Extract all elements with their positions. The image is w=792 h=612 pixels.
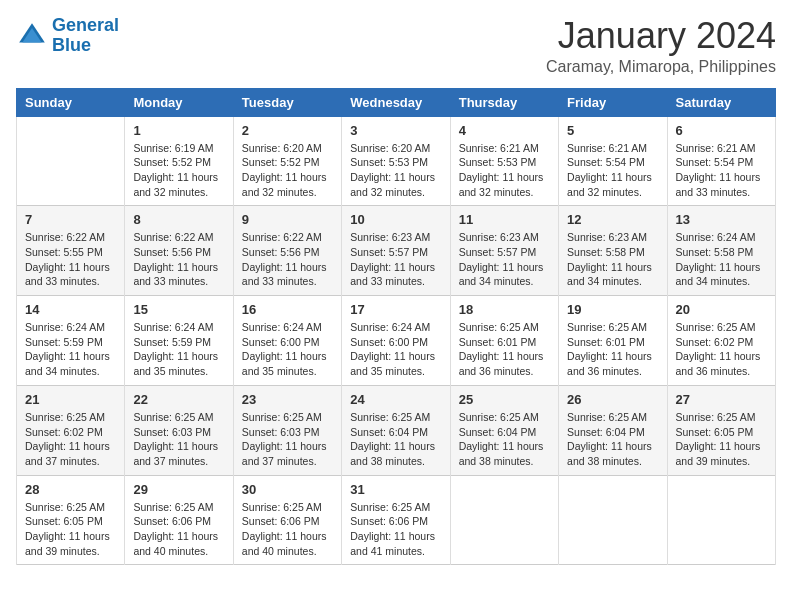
header-friday: Friday: [559, 88, 667, 116]
day-number: 24: [350, 392, 441, 407]
day-cell: 24Sunrise: 6:25 AM Sunset: 6:04 PM Dayli…: [342, 385, 450, 475]
day-cell: 14Sunrise: 6:24 AM Sunset: 5:59 PM Dayli…: [17, 296, 125, 386]
day-info: Sunrise: 6:24 AM Sunset: 6:00 PM Dayligh…: [242, 320, 333, 379]
day-info: Sunrise: 6:25 AM Sunset: 6:01 PM Dayligh…: [567, 320, 658, 379]
day-cell: 18Sunrise: 6:25 AM Sunset: 6:01 PM Dayli…: [450, 296, 558, 386]
day-cell: [450, 475, 558, 565]
day-info: Sunrise: 6:23 AM Sunset: 5:58 PM Dayligh…: [567, 230, 658, 289]
day-info: Sunrise: 6:20 AM Sunset: 5:52 PM Dayligh…: [242, 141, 333, 200]
day-info: Sunrise: 6:21 AM Sunset: 5:54 PM Dayligh…: [676, 141, 767, 200]
day-number: 6: [676, 123, 767, 138]
day-number: 23: [242, 392, 333, 407]
day-cell: 21Sunrise: 6:25 AM Sunset: 6:02 PM Dayli…: [17, 385, 125, 475]
day-cell: 4Sunrise: 6:21 AM Sunset: 5:53 PM Daylig…: [450, 116, 558, 206]
day-cell: 19Sunrise: 6:25 AM Sunset: 6:01 PM Dayli…: [559, 296, 667, 386]
day-info: Sunrise: 6:25 AM Sunset: 6:06 PM Dayligh…: [133, 500, 224, 559]
day-number: 4: [459, 123, 550, 138]
day-cell: 27Sunrise: 6:25 AM Sunset: 6:05 PM Dayli…: [667, 385, 775, 475]
day-cell: 9Sunrise: 6:22 AM Sunset: 5:56 PM Daylig…: [233, 206, 341, 296]
day-cell: 1Sunrise: 6:19 AM Sunset: 5:52 PM Daylig…: [125, 116, 233, 206]
day-cell: 23Sunrise: 6:25 AM Sunset: 6:03 PM Dayli…: [233, 385, 341, 475]
day-number: 18: [459, 302, 550, 317]
day-number: 20: [676, 302, 767, 317]
day-cell: 7Sunrise: 6:22 AM Sunset: 5:55 PM Daylig…: [17, 206, 125, 296]
day-info: Sunrise: 6:25 AM Sunset: 6:04 PM Dayligh…: [567, 410, 658, 469]
day-number: 19: [567, 302, 658, 317]
day-number: 12: [567, 212, 658, 227]
day-info: Sunrise: 6:25 AM Sunset: 6:02 PM Dayligh…: [25, 410, 116, 469]
day-number: 25: [459, 392, 550, 407]
day-number: 26: [567, 392, 658, 407]
day-info: Sunrise: 6:25 AM Sunset: 6:04 PM Dayligh…: [350, 410, 441, 469]
header-monday: Monday: [125, 88, 233, 116]
day-info: Sunrise: 6:19 AM Sunset: 5:52 PM Dayligh…: [133, 141, 224, 200]
header-tuesday: Tuesday: [233, 88, 341, 116]
day-cell: 13Sunrise: 6:24 AM Sunset: 5:58 PM Dayli…: [667, 206, 775, 296]
day-number: 13: [676, 212, 767, 227]
page-header: General Blue January 2024 Caramay, Mimar…: [16, 16, 776, 76]
day-info: Sunrise: 6:22 AM Sunset: 5:56 PM Dayligh…: [242, 230, 333, 289]
day-info: Sunrise: 6:24 AM Sunset: 5:59 PM Dayligh…: [133, 320, 224, 379]
calendar-header-row: SundayMondayTuesdayWednesdayThursdayFrid…: [17, 88, 776, 116]
week-row-1: 7Sunrise: 6:22 AM Sunset: 5:55 PM Daylig…: [17, 206, 776, 296]
day-info: Sunrise: 6:21 AM Sunset: 5:53 PM Dayligh…: [459, 141, 550, 200]
header-sunday: Sunday: [17, 88, 125, 116]
day-cell: 29Sunrise: 6:25 AM Sunset: 6:06 PM Dayli…: [125, 475, 233, 565]
day-info: Sunrise: 6:23 AM Sunset: 5:57 PM Dayligh…: [350, 230, 441, 289]
day-number: 31: [350, 482, 441, 497]
day-info: Sunrise: 6:23 AM Sunset: 5:57 PM Dayligh…: [459, 230, 550, 289]
day-info: Sunrise: 6:20 AM Sunset: 5:53 PM Dayligh…: [350, 141, 441, 200]
day-number: 10: [350, 212, 441, 227]
calendar-subtitle: Caramay, Mimaropa, Philippines: [546, 58, 776, 76]
day-info: Sunrise: 6:25 AM Sunset: 6:06 PM Dayligh…: [350, 500, 441, 559]
day-info: Sunrise: 6:24 AM Sunset: 5:59 PM Dayligh…: [25, 320, 116, 379]
day-cell: [559, 475, 667, 565]
day-number: 1: [133, 123, 224, 138]
logo-icon: [16, 20, 48, 52]
day-number: 3: [350, 123, 441, 138]
day-info: Sunrise: 6:25 AM Sunset: 6:03 PM Dayligh…: [133, 410, 224, 469]
day-info: Sunrise: 6:25 AM Sunset: 6:05 PM Dayligh…: [25, 500, 116, 559]
day-info: Sunrise: 6:25 AM Sunset: 6:01 PM Dayligh…: [459, 320, 550, 379]
day-number: 15: [133, 302, 224, 317]
logo: General Blue: [16, 16, 119, 56]
day-cell: 31Sunrise: 6:25 AM Sunset: 6:06 PM Dayli…: [342, 475, 450, 565]
day-cell: 3Sunrise: 6:20 AM Sunset: 5:53 PM Daylig…: [342, 116, 450, 206]
day-info: Sunrise: 6:24 AM Sunset: 6:00 PM Dayligh…: [350, 320, 441, 379]
week-row-4: 28Sunrise: 6:25 AM Sunset: 6:05 PM Dayli…: [17, 475, 776, 565]
day-number: 21: [25, 392, 116, 407]
day-info: Sunrise: 6:25 AM Sunset: 6:02 PM Dayligh…: [676, 320, 767, 379]
calendar-table: SundayMondayTuesdayWednesdayThursdayFrid…: [16, 88, 776, 566]
day-cell: 26Sunrise: 6:25 AM Sunset: 6:04 PM Dayli…: [559, 385, 667, 475]
day-info: Sunrise: 6:21 AM Sunset: 5:54 PM Dayligh…: [567, 141, 658, 200]
day-cell: 10Sunrise: 6:23 AM Sunset: 5:57 PM Dayli…: [342, 206, 450, 296]
header-thursday: Thursday: [450, 88, 558, 116]
week-row-3: 21Sunrise: 6:25 AM Sunset: 6:02 PM Dayli…: [17, 385, 776, 475]
day-info: Sunrise: 6:25 AM Sunset: 6:06 PM Dayligh…: [242, 500, 333, 559]
day-info: Sunrise: 6:25 AM Sunset: 6:03 PM Dayligh…: [242, 410, 333, 469]
day-info: Sunrise: 6:25 AM Sunset: 6:04 PM Dayligh…: [459, 410, 550, 469]
day-number: 11: [459, 212, 550, 227]
day-cell: 8Sunrise: 6:22 AM Sunset: 5:56 PM Daylig…: [125, 206, 233, 296]
day-number: 16: [242, 302, 333, 317]
day-cell: 17Sunrise: 6:24 AM Sunset: 6:00 PM Dayli…: [342, 296, 450, 386]
day-cell: 15Sunrise: 6:24 AM Sunset: 5:59 PM Dayli…: [125, 296, 233, 386]
week-row-2: 14Sunrise: 6:24 AM Sunset: 5:59 PM Dayli…: [17, 296, 776, 386]
day-info: Sunrise: 6:25 AM Sunset: 6:05 PM Dayligh…: [676, 410, 767, 469]
day-number: 8: [133, 212, 224, 227]
day-cell: [667, 475, 775, 565]
day-cell: 25Sunrise: 6:25 AM Sunset: 6:04 PM Dayli…: [450, 385, 558, 475]
day-number: 9: [242, 212, 333, 227]
day-number: 22: [133, 392, 224, 407]
day-info: Sunrise: 6:24 AM Sunset: 5:58 PM Dayligh…: [676, 230, 767, 289]
title-block: January 2024 Caramay, Mimaropa, Philippi…: [546, 16, 776, 76]
day-cell: 2Sunrise: 6:20 AM Sunset: 5:52 PM Daylig…: [233, 116, 341, 206]
day-info: Sunrise: 6:22 AM Sunset: 5:56 PM Dayligh…: [133, 230, 224, 289]
day-cell: 16Sunrise: 6:24 AM Sunset: 6:00 PM Dayli…: [233, 296, 341, 386]
day-number: 17: [350, 302, 441, 317]
day-cell: 11Sunrise: 6:23 AM Sunset: 5:57 PM Dayli…: [450, 206, 558, 296]
day-number: 7: [25, 212, 116, 227]
week-row-0: 1Sunrise: 6:19 AM Sunset: 5:52 PM Daylig…: [17, 116, 776, 206]
day-cell: 30Sunrise: 6:25 AM Sunset: 6:06 PM Dayli…: [233, 475, 341, 565]
header-wednesday: Wednesday: [342, 88, 450, 116]
